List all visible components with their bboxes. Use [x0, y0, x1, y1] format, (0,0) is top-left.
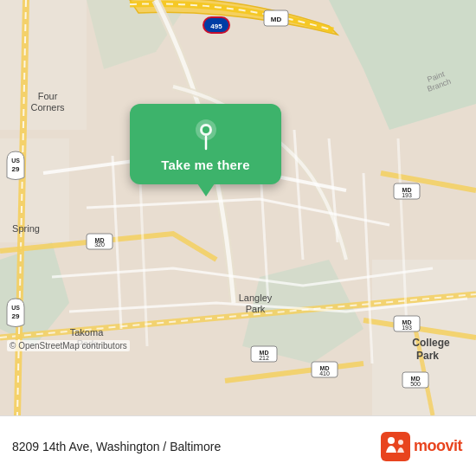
svg-point-47 [203, 126, 209, 133]
svg-point-50 [388, 437, 395, 444]
svg-text:193: 193 [402, 325, 412, 331]
svg-text:29: 29 [12, 312, 20, 320]
svg-text:College: College [412, 337, 450, 349]
svg-text:495: 495 [210, 23, 222, 30]
svg-text:Park: Park [416, 350, 439, 362]
svg-text:MD: MD [271, 16, 282, 23]
location-popup[interactable]: Take me there [130, 104, 281, 184]
svg-text:US: US [11, 158, 20, 164]
bottom-bar: 8209 14th Ave, Washington / Baltimore mo… [0, 415, 476, 476]
svg-text:Langley: Langley [239, 293, 273, 303]
svg-text:212: 212 [259, 355, 269, 361]
svg-text:320: 320 [94, 241, 105, 248]
map-container: MD 495 US 29 MD 320 MD 193 MD 193 MD 212… [0, 0, 476, 415]
svg-rect-49 [381, 432, 410, 461]
svg-point-51 [398, 440, 403, 445]
svg-text:29: 29 [12, 165, 20, 173]
svg-text:US: US [11, 305, 20, 311]
svg-text:Four: Four [38, 91, 58, 101]
pin-icon [190, 118, 222, 151]
map-copyright: © OpenStreetMap contributors [7, 340, 130, 351]
svg-text:Spring: Spring [12, 223, 40, 234]
moovit-brand-icon [381, 432, 410, 461]
moovit-text-label: moovit [414, 437, 462, 455]
svg-text:500: 500 [410, 381, 421, 387]
svg-text:193: 193 [402, 192, 412, 198]
address-label: 8209 14th Ave, Washington / Baltimore [12, 440, 221, 453]
moovit-logo: moovit [381, 432, 462, 461]
svg-text:Takoma: Takoma [70, 327, 104, 338]
svg-text:410: 410 [319, 370, 330, 376]
svg-text:Corners: Corners [30, 102, 65, 113]
svg-text:Park: Park [246, 304, 266, 314]
popup-label: Take me there [161, 158, 249, 172]
